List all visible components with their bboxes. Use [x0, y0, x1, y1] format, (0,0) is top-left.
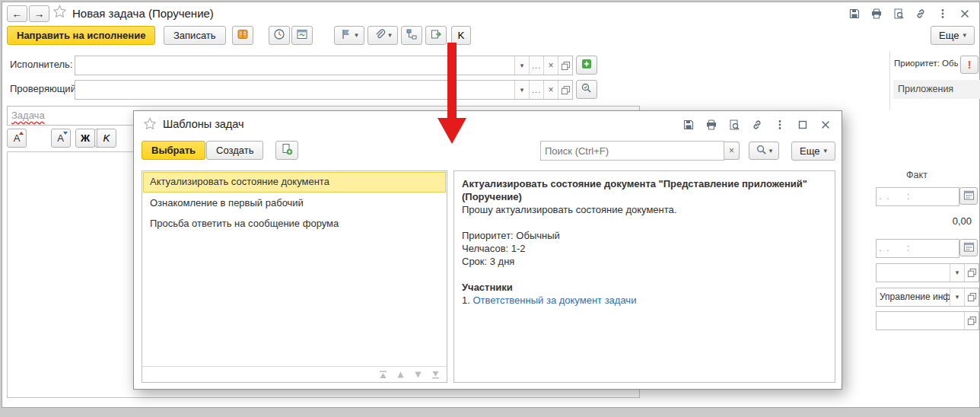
paperclip-icon	[374, 28, 386, 43]
task-placeholder: Задача	[8, 107, 45, 125]
executor-clear-control[interactable]: ×	[543, 56, 558, 75]
chevron-down-icon: ▾	[956, 269, 959, 276]
add-executor-button[interactable]	[576, 56, 597, 75]
deadline-button[interactable]	[269, 26, 290, 45]
author-input[interactable]	[877, 312, 964, 329]
executor-field: ▾ ... ×	[75, 56, 573, 75]
chevron-down-icon: ▾	[963, 32, 966, 39]
reviewer-clear-control[interactable]: ×	[543, 81, 558, 99]
importance-flag-dropdown[interactable]: ▾	[334, 26, 364, 45]
list-item[interactable]: Просьба ответить на сообщение форума	[143, 214, 446, 234]
select-template-button[interactable]: Выбрать	[142, 141, 205, 160]
more-button[interactable]: Еще▾	[931, 26, 975, 45]
executor-open-control[interactable]	[558, 56, 572, 75]
importance-button[interactable]: !	[960, 56, 978, 74]
nav-forward-button[interactable]: →	[29, 5, 49, 22]
font-increase-button[interactable]: А	[7, 129, 27, 148]
favorite-star-icon[interactable]	[52, 5, 67, 21]
fact-column-header: Факт	[876, 170, 958, 180]
reviewer-ellipsis-control[interactable]: ...	[529, 81, 543, 99]
project-open-control[interactable]	[964, 264, 978, 282]
link-icon[interactable]	[749, 117, 765, 132]
list-item[interactable]: Актуализировать состояние документа	[143, 172, 446, 193]
attach-file-dropdown[interactable]: ▾	[368, 26, 398, 45]
department-dropdown-control[interactable]: ▾	[950, 288, 964, 306]
project-dropdown-control[interactable]: ▾	[950, 264, 964, 282]
preview-icon[interactable]	[726, 117, 743, 132]
list-item[interactable]: Ознакомление в первый рабочий	[143, 193, 446, 214]
author-open-control[interactable]	[964, 312, 978, 329]
maximize-icon[interactable]	[794, 117, 811, 132]
reviewer-dropdown-control[interactable]: ▾	[514, 81, 529, 99]
calendar-picker-button[interactable]	[959, 239, 978, 256]
templates-list-panel: Актуализировать состояние документа Озна…	[142, 170, 447, 383]
search-clear-button[interactable]: ×	[724, 142, 740, 160]
print-icon[interactable]	[868, 6, 885, 21]
search-field	[540, 141, 724, 161]
create-from-template-button[interactable]	[275, 141, 298, 160]
check-reviewer-button[interactable]	[576, 80, 597, 99]
department-value[interactable]: Управление инфс	[877, 288, 950, 306]
project-input[interactable]	[877, 264, 950, 282]
preview-icon[interactable]	[890, 6, 907, 21]
print-icon[interactable]	[703, 117, 720, 132]
fact-date-start-field[interactable]: . . :	[876, 187, 959, 206]
favorite-star-icon[interactable]	[143, 117, 157, 133]
participant-row: 1. Ответственный за документ задачи	[462, 294, 827, 307]
template-title: Актуализировать состояние документа "Пре…	[462, 177, 827, 203]
dialog-more-button[interactable]: Еще▾	[791, 142, 835, 161]
date-placeholder: . . :	[877, 240, 909, 257]
save-icon[interactable]	[846, 6, 863, 21]
new-document-plus-icon	[281, 143, 293, 158]
bold-label: Ж	[81, 132, 90, 144]
chevron-down-icon: ▾	[355, 32, 358, 39]
italic-label: K	[103, 132, 110, 144]
send-to-execution-button[interactable]: Направить на исполнение	[7, 26, 155, 45]
search-options-dropdown[interactable]: ▾	[749, 142, 779, 160]
window-title: Новая задача (Поручение)	[72, 7, 214, 20]
participants-header: Участники	[462, 281, 827, 294]
department-open-control[interactable]	[964, 288, 978, 306]
font-decrease-button[interactable]: А	[51, 129, 71, 148]
fact-hours-value[interactable]: 0,00	[876, 215, 972, 227]
save-icon[interactable]	[680, 117, 697, 132]
reminder-button[interactable]	[291, 26, 313, 45]
priority-field[interactable]: Приоритет: Обычный	[894, 59, 958, 68]
link-icon[interactable]	[912, 6, 929, 21]
template-request: Прошу актуализировать состояние документ…	[462, 203, 827, 216]
kebab-menu-icon[interactable]	[934, 6, 951, 21]
move-bottom-icon[interactable]	[431, 371, 441, 379]
reviewer-field: ▾ ... ×	[75, 80, 573, 100]
create-template-button[interactable]: Создать	[206, 141, 263, 160]
bold-button[interactable]: Ж	[75, 129, 95, 148]
move-down-icon[interactable]	[413, 371, 423, 379]
close-icon[interactable]	[817, 117, 834, 132]
record-button[interactable]: Записать	[164, 26, 226, 45]
open-icon	[967, 316, 977, 326]
executor-label: Исполнитель:	[10, 59, 72, 70]
move-up-icon[interactable]	[396, 371, 406, 379]
fact-date-end-field[interactable]: . . :	[876, 239, 959, 258]
executor-ellipsis-control[interactable]: ...	[529, 56, 543, 75]
calendar-picker-button[interactable]	[959, 187, 978, 205]
template-preview-panel: Актуализировать состояние документа "Пре…	[453, 170, 835, 383]
chevron-down-icon: ▾	[769, 148, 773, 154]
participant-link[interactable]: Ответственный за документ задачи	[473, 294, 636, 306]
italic-button[interactable]: K	[97, 129, 116, 148]
close-icon[interactable]	[956, 6, 973, 21]
calendar-picture-icon	[296, 28, 308, 43]
executor-dropdown-control[interactable]: ▾	[514, 56, 529, 75]
business-process-button[interactable]	[232, 26, 253, 45]
search-input[interactable]	[541, 142, 724, 160]
dialog-title: Шаблоны задач	[163, 118, 244, 130]
open-icon	[561, 61, 571, 71]
nav-back-button[interactable]: ←	[7, 5, 27, 22]
template-term: Срок: 3 дня	[462, 255, 827, 268]
move-top-icon[interactable]	[378, 371, 388, 379]
calendar-icon	[963, 189, 975, 203]
flag-icon	[340, 28, 352, 43]
subtasks-button[interactable]	[401, 26, 422, 45]
kebab-menu-icon[interactable]	[772, 117, 788, 132]
search-icon	[756, 144, 767, 158]
reviewer-open-control[interactable]	[558, 81, 572, 99]
